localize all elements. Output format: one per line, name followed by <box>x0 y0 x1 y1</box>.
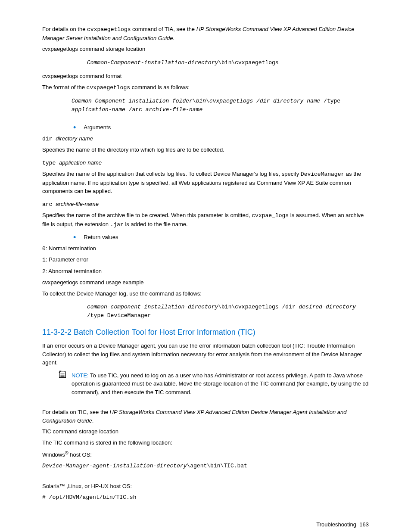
arg-name: archive-file-name <box>56 201 99 207</box>
arg-type: type application-name <box>42 159 369 168</box>
code-var: desired-directory <box>299 304 356 310</box>
text: For details on the <box>42 26 87 32</box>
return-code: 0 <box>42 246 46 252</box>
code-var: common-component-installation-directory <box>87 304 218 310</box>
arg-dir-desc: Specifies the name of the directory into… <box>42 146 369 154</box>
tic-intro: If an error occurs on a Device Manager a… <box>42 342 369 367</box>
code-text: /arc <box>129 106 146 113</box>
code-text: \bin\cvxpaegetlogs <box>218 59 278 66</box>
code-usage: common-component-installation-directory\… <box>87 303 369 320</box>
code-var: Common-Component-installation-folder <box>72 98 193 104</box>
text: . <box>173 35 175 41</box>
code-var: application-name <box>72 106 129 113</box>
intro-paragraph: For details on the cvxpaegetlogs command… <box>42 25 369 42</box>
code-text: /type <box>324 98 340 104</box>
arg-keyword: type <box>42 160 59 166</box>
subheading-usage: cvxpaegetlogs command usage example <box>42 278 369 287</box>
arg-name: directory-name <box>56 135 93 142</box>
arg-arc: arc archive-file-name <box>42 200 369 209</box>
text: host OS: <box>68 451 92 458</box>
bullet-label: Arguments <box>84 123 111 132</box>
code-solaris-path: # /opt/HDVM/agent/bin/TIC.sh <box>42 493 369 502</box>
code-inline: cvxpaegetlogs <box>87 26 131 33</box>
subheading-tic-storage: TIC command storage location <box>42 427 369 436</box>
tic-storage-para: The TIC command is stored in the followi… <box>42 439 369 447</box>
arg-arc-desc: Specifies the name of the archive file t… <box>42 211 369 229</box>
text: Specifies the name of the application th… <box>42 171 301 177</box>
text: . <box>92 417 94 424</box>
code-var: archive-file-name <box>146 106 203 113</box>
bullet-arguments: • Arguments <box>73 123 369 132</box>
note-label: NOTE: <box>72 372 90 379</box>
code-var: cvxpaegetlogs /dir directory-name <box>209 98 324 104</box>
registered-mark: ® <box>65 450 68 455</box>
code-text: \ <box>193 98 196 104</box>
subheading-storage: cvxpaegetlogs command storage location <box>42 45 369 53</box>
code-inline: cvxpae_logs <box>252 212 289 219</box>
return-desc: : Normal termination <box>46 245 96 252</box>
code-text: \bin\cvxpaegetlogs /dir <box>218 304 299 310</box>
note-icon <box>58 370 67 381</box>
code-text: \agent\bin\TIC.bat <box>187 463 247 469</box>
text: command of TIA, see the <box>131 26 196 32</box>
code-format: Common-Component-installation-folder\bin… <box>72 97 369 114</box>
code-var: Common-Component-installation-directory <box>87 59 218 66</box>
code-inline: DeviceManager <box>301 171 344 177</box>
arg-name: application-name <box>59 159 102 166</box>
footer-section: Troubleshooting <box>316 521 356 528</box>
text: The format of the <box>42 84 87 90</box>
code-var: Device-Manager-agent-installation-direct… <box>42 463 187 469</box>
format-paragraph: The format of the cvxpaegetlogs command … <box>42 83 369 92</box>
solaris-host-label: Solaris™ ,Linux, or HP-UX host OS: <box>42 482 369 491</box>
code-text: /type DeviceManager <box>87 312 151 319</box>
footer-page-number: 163 <box>359 521 369 528</box>
return-2: 2: Abnormal termination <box>42 267 369 276</box>
text: For details on TIC, see the <box>42 409 110 415</box>
page-footer: Troubleshooting 163 <box>42 520 369 529</box>
bullet-icon: • <box>73 124 76 131</box>
arg-keyword: arc <box>42 201 56 208</box>
usage-paragraph: To collect the Device Manager log, use t… <box>42 289 369 298</box>
return-1: 1: Parameter error <box>42 255 369 264</box>
note-text: To use TIC, you need to log on as a user… <box>72 372 368 395</box>
bullet-return-values: • Return values <box>73 233 369 242</box>
code-text: \ <box>206 98 209 104</box>
code-var: bin <box>196 98 206 104</box>
return-0: 0: Normal termination <box>42 244 369 253</box>
code-windows-path: Device-Manager-agent-installation-direct… <box>42 462 369 470</box>
text: Specifies the name of the archive file t… <box>42 212 252 218</box>
code-storage-location: Common-Component-installation-directory\… <box>87 59 369 67</box>
windows-host-label: Windows® host OS: <box>42 449 369 459</box>
tic-details: For details on TIC, see the HP StorageWo… <box>42 408 369 425</box>
note-box: NOTE: To use TIC, you need to log on as … <box>42 370 369 401</box>
text: Windows <box>42 451 65 458</box>
text: is added to the file name. <box>124 221 188 227</box>
subheading-format: cvxpaegetlogs command format <box>42 72 369 81</box>
arg-type-desc: Specifies the name of the application th… <box>42 170 369 196</box>
bullet-label: Return values <box>84 233 118 242</box>
code-inline: cvxpaegetlogs <box>87 84 130 91</box>
text: command is as follows: <box>130 84 190 90</box>
arg-keyword: dir <box>42 136 56 142</box>
arg-dir: dir directory-name <box>42 134 369 143</box>
return-code: 2 <box>42 268 46 275</box>
section-heading-tic: 11-3-2-2 Batch Collection Tool for Host … <box>42 327 369 338</box>
return-desc: : Parameter error <box>46 256 88 263</box>
bullet-icon: • <box>73 233 76 241</box>
return-code: 1 <box>42 257 46 263</box>
return-desc: : Abnormal termination <box>46 268 102 274</box>
code-inline: .jar <box>110 221 124 228</box>
